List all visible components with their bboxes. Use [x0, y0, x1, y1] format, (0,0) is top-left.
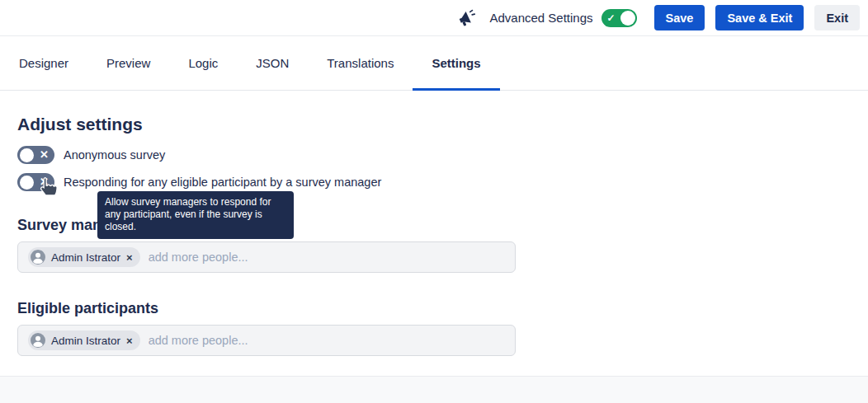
person-chip-name: Admin Istrator	[51, 251, 120, 264]
megaphone-icon	[456, 8, 476, 28]
save-and-exit-button[interactable]: Save & Exit	[715, 5, 804, 30]
anonymous-survey-label: Anonymous survey	[64, 148, 165, 162]
tab-json[interactable]: JSON	[237, 36, 308, 90]
add-people-input[interactable]	[149, 251, 505, 264]
tab-logic[interactable]: Logic	[169, 36, 237, 90]
advanced-settings-toggle[interactable]: ✓	[601, 9, 637, 27]
anonymous-survey-row: ✕ Anonymous survey	[17, 146, 851, 164]
tab-bar: Designer Preview Logic JSON Translations…	[0, 36, 868, 91]
top-toolbar: Advanced Settings ✓ Save Save & Exit Exi…	[0, 0, 868, 36]
manager-responding-toggle[interactable]: ✕	[17, 173, 54, 191]
eligible-participants-section: Eligible participants Admin Istrator ×	[17, 300, 851, 356]
remove-person-icon[interactable]: ×	[126, 335, 133, 346]
toggle-knob	[620, 11, 635, 26]
toggle-knob	[20, 176, 34, 190]
x-icon: ✕	[40, 176, 49, 189]
eligible-participants-heading: Eligible participants	[17, 300, 851, 317]
advanced-settings-control: Advanced Settings ✓	[456, 8, 636, 28]
exit-button[interactable]: Exit	[814, 5, 860, 30]
save-button[interactable]: Save	[654, 5, 705, 30]
toggle-knob	[20, 148, 34, 162]
survey-managers-input-box[interactable]: Admin Istrator ×	[17, 241, 516, 273]
tab-translations[interactable]: Translations	[308, 36, 413, 90]
eligible-participants-input-box[interactable]: Admin Istrator ×	[17, 325, 516, 356]
advanced-settings-label: Advanced Settings	[489, 11, 592, 25]
tab-designer[interactable]: Designer	[0, 36, 87, 90]
anonymous-survey-toggle[interactable]: ✕	[17, 146, 54, 164]
tab-settings[interactable]: Settings	[413, 36, 499, 90]
x-icon: ✕	[40, 148, 49, 162]
page-footer	[0, 376, 868, 403]
add-people-input[interactable]	[149, 334, 505, 347]
person-chip: Admin Istrator ×	[28, 247, 140, 267]
remove-person-icon[interactable]: ×	[126, 252, 133, 263]
avatar-icon	[31, 250, 45, 265]
manager-responding-label: Responding for any eligible participant …	[64, 176, 381, 189]
toggle-tooltip: Allow survey managers to respond for any…	[97, 191, 294, 239]
person-chip: Admin Istrator ×	[28, 330, 140, 350]
avatar-icon	[31, 333, 45, 348]
person-chip-name: Admin Istrator	[51, 335, 120, 347]
manager-responding-row: ✕ Responding for any eligible participan…	[17, 173, 851, 191]
page-title: Adjust settings	[17, 115, 851, 134]
tab-preview[interactable]: Preview	[87, 36, 169, 90]
check-icon: ✓	[607, 12, 616, 25]
